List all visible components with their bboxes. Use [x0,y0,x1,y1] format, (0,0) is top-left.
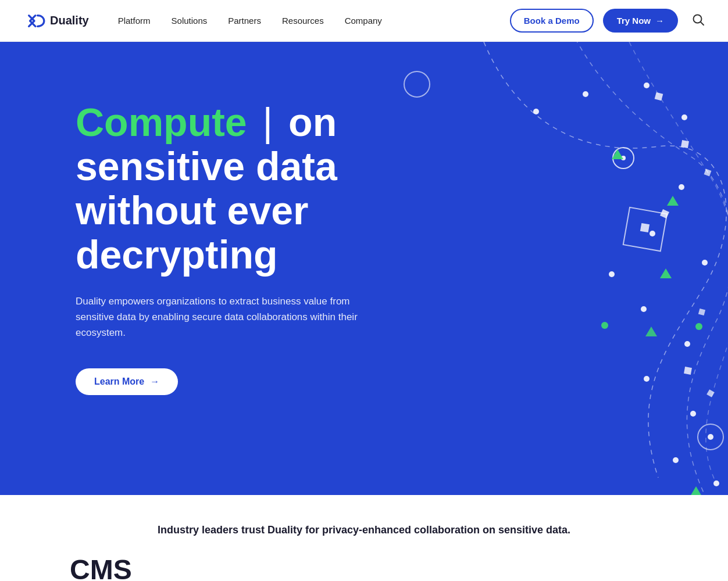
svg-point-2 [533,109,539,114]
svg-rect-28 [684,367,692,375]
svg-point-38 [601,322,608,329]
logo-icon [23,13,45,29]
cms-label: CMS [23,554,705,581]
svg-point-16 [673,457,679,463]
svg-point-15 [690,411,696,417]
hero-title-compute: Compute [76,100,247,144]
svg-point-3 [583,91,588,97]
hero-subtitle: Duality empowers organizations to extrac… [76,293,384,341]
search-icon[interactable] [692,13,705,28]
nav-solutions[interactable]: Solutions [172,16,208,26]
nav-resources[interactable]: Resources [282,16,324,26]
svg-point-10 [702,260,708,266]
nav-links: Platform Solutions Partners Resources Co… [118,16,510,26]
logo[interactable]: Duality [23,13,89,29]
svg-rect-27 [698,309,705,315]
svg-point-5 [681,114,687,120]
svg-point-12 [641,306,647,312]
svg-point-37 [695,323,702,330]
learn-more-label: Learn More [94,376,144,387]
hero-content: Compute | on sensitive data without ever… [76,100,471,395]
svg-point-21 [708,434,713,440]
svg-point-14 [644,376,650,382]
svg-marker-35 [690,486,702,495]
nav-partners[interactable]: Partners [228,16,261,26]
nav-actions: Book a Demo Try Now → [510,9,705,33]
learn-more-button[interactable]: Learn More → [76,368,178,395]
svg-marker-36 [645,327,657,336]
svg-marker-34 [660,268,672,278]
svg-point-13 [684,341,690,347]
nav-company[interactable]: Company [345,16,382,26]
svg-rect-24 [681,140,689,148]
trust-headline: Industry leaders trust Duality for priva… [23,524,705,536]
learn-more-arrow: → [150,376,159,387]
nav-platform[interactable]: Platform [118,16,151,26]
svg-point-17 [713,480,719,486]
try-now-label: Try Now [617,16,651,26]
svg-rect-25 [704,169,712,177]
hero-section: Compute | on sensitive data without ever… [0,42,728,495]
svg-point-22 [404,71,430,97]
svg-rect-29 [706,389,715,397]
navigation: Duality Platform Solutions Partners Reso… [0,0,728,42]
logo-text: Duality [50,14,89,27]
book-demo-button[interactable]: Book a Demo [510,9,594,33]
trust-section: Industry leaders trust Duality for priva… [0,495,728,581]
svg-point-4 [644,83,650,88]
hero-title-separator: | [252,100,284,144]
svg-point-8 [679,184,684,190]
svg-marker-33 [667,196,679,206]
svg-line-1 [701,22,704,25]
try-now-arrow: → [655,16,664,26]
svg-point-9 [650,231,655,236]
svg-rect-31 [640,223,650,232]
svg-point-11 [609,271,615,277]
try-now-button[interactable]: Try Now → [603,9,678,33]
hero-title: Compute | on sensitive data without ever… [76,100,471,277]
